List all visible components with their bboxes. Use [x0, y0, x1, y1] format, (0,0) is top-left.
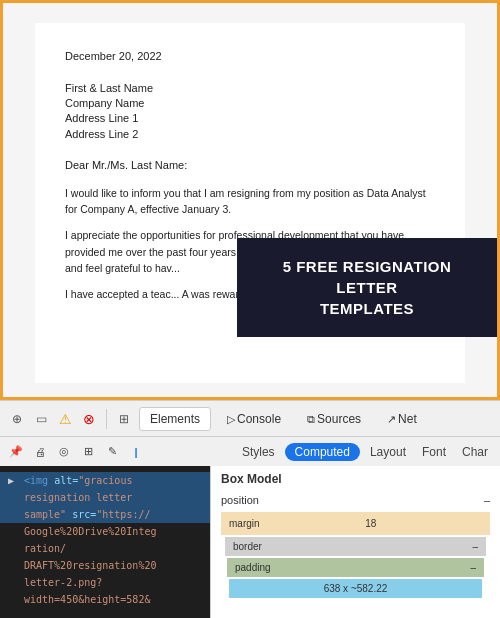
- grid-icon[interactable]: ⊞: [78, 442, 98, 462]
- html-panel: ▶ <img alt="gracious resignation letter …: [0, 466, 210, 618]
- warning-icon[interactable]: ⚠: [56, 410, 74, 428]
- letter-paragraph-1: I would like to inform you that I am res…: [65, 185, 435, 218]
- tab-elements[interactable]: Elements: [139, 407, 211, 431]
- box-model-panel: Box Model position – margin 18 border – …: [211, 466, 500, 618]
- tab-divider: [106, 409, 107, 429]
- margin-value: 18: [365, 518, 376, 529]
- size-value: 638 x ~582.22: [324, 583, 388, 594]
- edit-icon[interactable]: ✎: [102, 442, 122, 462]
- letter-address: First & Last Name Company Name Address L…: [65, 81, 435, 143]
- box-model-title: Box Model: [221, 472, 490, 486]
- position-label: position: [221, 494, 259, 506]
- position-value: –: [484, 494, 490, 506]
- address-line-2: Company Name: [65, 96, 435, 111]
- html-tree-line-6: DRAFT%20resignation%20: [0, 557, 210, 574]
- tab-sources[interactable]: ⧉Sources: [297, 408, 371, 430]
- padding-value: –: [470, 562, 476, 573]
- tab-network[interactable]: ↗Net: [377, 408, 427, 430]
- devtools-toolbar: 📌 🖨 ◎ ⊞ ✎ | Styles Computed Layout Font …: [0, 436, 500, 466]
- position-row: position –: [221, 492, 490, 508]
- cta-text: 5 FREE RESIGNATION LETTERTEMPLATES: [283, 258, 452, 317]
- tab-console[interactable]: ▷Console: [217, 408, 291, 430]
- box-model-visual: margin 18 border – padding – 638 x ~582.…: [221, 512, 490, 598]
- cta-banner: 5 FREE RESIGNATION LETTERTEMPLATES: [237, 238, 497, 337]
- address-line-1: First & Last Name: [65, 81, 435, 96]
- computed-tab[interactable]: Computed: [285, 443, 360, 461]
- border-box: border –: [225, 537, 486, 556]
- html-tree-line-8: width=450&height=582&: [0, 591, 210, 608]
- expand-triangle: ▶: [8, 473, 18, 488]
- font-tab[interactable]: Font: [416, 445, 452, 459]
- address-line-4: Address Line 2: [65, 127, 435, 142]
- inspect-element-icon[interactable]: ⊕: [8, 410, 26, 428]
- pin-icon[interactable]: 📌: [6, 442, 26, 462]
- letter-salutation: Dear Mr./Ms. Last Name:: [65, 157, 435, 175]
- print-icon[interactable]: 🖨: [30, 442, 50, 462]
- padding-box: padding –: [227, 558, 484, 577]
- border-value: –: [472, 541, 478, 552]
- html-tree-selected-line[interactable]: ▶ <img alt="gracious: [0, 472, 210, 489]
- html-tree-line-5: ration/: [0, 540, 210, 557]
- border-label: border: [233, 541, 262, 552]
- html-tree-line-2: resignation letter: [0, 489, 210, 506]
- layout-tab[interactable]: Layout: [364, 445, 412, 459]
- padding-label: padding: [235, 562, 271, 573]
- letter-preview: December 20, 2022 First & Last Name Comp…: [0, 0, 500, 400]
- mobile-icon[interactable]: ▭: [32, 410, 50, 428]
- char-tab[interactable]: Char: [456, 445, 494, 459]
- styles-tab[interactable]: Styles: [236, 445, 281, 459]
- circle-icon[interactable]: ◎: [54, 442, 74, 462]
- html-tree-line-7: letter-2.png?: [0, 574, 210, 591]
- elements-icon: ⊞: [115, 410, 133, 428]
- margin-box: margin 18: [221, 512, 490, 535]
- html-tree-line-4: Google%20Drive%20Integ: [0, 523, 210, 540]
- size-box: 638 x ~582.22: [229, 579, 482, 598]
- highlight-icon[interactable]: |: [126, 442, 146, 462]
- letter-date: December 20, 2022: [65, 48, 435, 66]
- html-tree-line-3: sample" src="https://: [0, 506, 210, 523]
- devtools-content: ▶ <img alt="gracious resignation letter …: [0, 466, 500, 618]
- address-line-3: Address Line 1: [65, 111, 435, 126]
- devtools-tabs-bar: ⊕ ▭ ⚠ ⊗ ⊞ Elements ▷Console ⧉Sources ↗Ne…: [0, 400, 500, 436]
- error-icon[interactable]: ⊗: [80, 410, 98, 428]
- margin-label: margin: [229, 518, 260, 529]
